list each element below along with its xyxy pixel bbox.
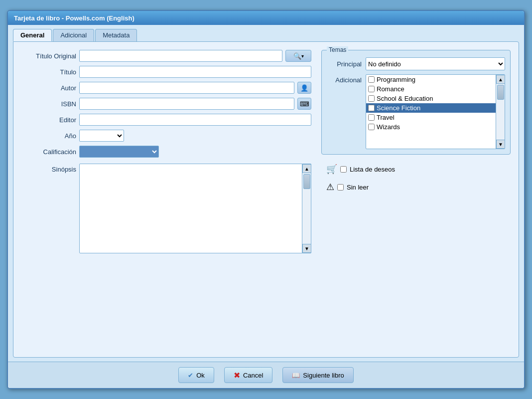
tab-general[interactable]: General <box>13 29 52 41</box>
list-scroll-down[interactable]: ▼ <box>496 140 505 149</box>
list-item-selected[interactable]: Science Fiction <box>366 103 496 113</box>
form-right: Temas Principal No definido Adicional <box>321 50 511 349</box>
ok-button[interactable]: ✔ Ok <box>178 367 214 383</box>
temas-group: Temas Principal No definido Adicional <box>321 50 511 155</box>
temas-scrollbar[interactable]: ▲ ▼ <box>496 75 505 149</box>
list-item-label: School & Education <box>377 95 433 102</box>
sinopsis-label: Sinópsis <box>21 164 76 173</box>
dropdown-icon: ▾ <box>301 53 304 59</box>
person-icon: 👤 <box>300 84 308 92</box>
ano-select[interactable] <box>79 130 124 142</box>
ok-icon: ✔ <box>188 372 193 379</box>
romance-checkbox[interactable] <box>368 86 375 92</box>
temas-legend: Temas <box>327 46 348 53</box>
list-item-label: Science Fiction <box>377 104 420 112</box>
content-area: General Adicional Metadata Título Origin… <box>8 25 524 362</box>
cart-icon: 🛒 <box>326 164 337 175</box>
cancel-icon: ✖ <box>234 371 240 380</box>
programming-checkbox[interactable] <box>368 76 375 83</box>
isbn-search-btn[interactable]: ⌨ <box>297 98 311 110</box>
lista-deseos-row: 🛒 Lista de deseos <box>326 164 511 175</box>
list-item-label: Wizards <box>377 123 400 131</box>
calificacion-select[interactable] <box>79 146 159 158</box>
temas-listbox-wrapper: Programming Romance School & Education <box>366 74 505 149</box>
search-icon: 🔍 <box>293 52 301 60</box>
scroll-track <box>302 173 311 244</box>
scroll-thumb[interactable] <box>303 174 310 189</box>
ok-label: Ok <box>196 372 205 379</box>
list-item-label: Travel <box>377 114 395 121</box>
tab-content-general: Título Original 🔍 ▾ Título <box>13 41 519 358</box>
titulo-row: Título <box>21 66 311 78</box>
editor-label: Editor <box>21 116 76 124</box>
tab-adicional[interactable]: Adicional <box>53 29 94 41</box>
sin-leer-checkbox[interactable] <box>337 184 344 191</box>
list-scroll-track <box>496 84 505 140</box>
editor-row: Editor <box>21 114 311 126</box>
cancel-label: Cancel <box>243 372 263 379</box>
list-item[interactable]: Programming <box>366 75 496 84</box>
ano-row: Año <box>21 130 311 142</box>
temas-adicional-label: Adicional <box>327 74 362 84</box>
main-window: Tarjeta de libro - Powells.com (English)… <box>7 10 525 389</box>
isbn-label: ISBN <box>21 100 76 108</box>
lista-deseos-label: Lista de deseos <box>350 166 395 173</box>
list-item[interactable]: Wizards <box>366 122 496 132</box>
sin-leer-row: ⚠ Sin leer <box>326 182 511 193</box>
titulo-input[interactable] <box>79 66 311 78</box>
sinopsis-scrollbar[interactable]: ▲ ▼ <box>302 164 311 253</box>
warning-icon: ⚠ <box>326 182 334 193</box>
isbn-row: ISBN ⌨ <box>21 98 311 110</box>
form-main: Título Original 🔍 ▾ Título <box>21 50 511 349</box>
book-icon: 📖 <box>292 372 300 379</box>
titulo-original-label: Título Original <box>21 52 76 60</box>
editor-input[interactable] <box>79 114 311 126</box>
titulo-label: Título <box>21 68 76 76</box>
form-left: Título Original 🔍 ▾ Título <box>21 50 311 349</box>
tab-metadata[interactable]: Metadata <box>95 29 137 41</box>
school-education-checkbox[interactable] <box>368 95 375 102</box>
list-item[interactable]: School & Education <box>366 94 496 103</box>
scroll-up-arrow[interactable]: ▲ <box>302 164 311 173</box>
window-title: Tarjeta de libro - Powells.com (English) <box>14 14 134 22</box>
temas-adicional-container: Adicional Programming Romance <box>327 74 505 149</box>
siguiente-label: Siguiente libro <box>303 372 344 379</box>
ano-label: Año <box>21 132 76 140</box>
list-item[interactable]: Romance <box>366 84 496 94</box>
title-bar: Tarjeta de libro - Powells.com (English) <box>8 11 524 25</box>
titulo-original-row: Título Original 🔍 ▾ <box>21 50 311 62</box>
siguiente-button[interactable]: 📖 Siguiente libro <box>282 367 353 383</box>
autor-input[interactable] <box>79 82 294 94</box>
tab-bar: General Adicional Metadata <box>13 29 519 41</box>
travel-checkbox[interactable] <box>368 114 375 121</box>
list-item[interactable]: Travel <box>366 113 496 122</box>
temas-principal-label: Principal <box>327 60 362 68</box>
temas-principal-select[interactable]: No definido <box>366 57 505 70</box>
sinopsis-textarea[interactable] <box>79 164 302 253</box>
list-item-label: Programming <box>377 76 415 83</box>
cancel-button[interactable]: ✖ Cancel <box>224 367 272 383</box>
wizards-checkbox[interactable] <box>368 124 375 130</box>
titulo-original-search-btn[interactable]: 🔍 ▾ <box>285 50 311 62</box>
autor-row: Autor 👤 <box>21 82 311 94</box>
temas-principal-row: Principal No definido <box>327 57 505 70</box>
list-scroll-up[interactable]: ▲ <box>496 75 505 84</box>
bottom-bar: ✔ Ok ✖ Cancel 📖 Siguiente libro <box>8 362 524 388</box>
keyboard-icon: ⌨ <box>300 100 309 108</box>
sinopsis-wrapper: ▲ ▼ <box>79 164 311 253</box>
list-item-label: Romance <box>377 85 404 93</box>
list-scroll-thumb[interactable] <box>497 85 504 100</box>
scroll-down-arrow[interactable]: ▼ <box>302 244 311 253</box>
autor-search-btn[interactable]: 👤 <box>297 82 311 94</box>
temas-list-items: Programming Romance School & Education <box>366 75 496 149</box>
lista-deseos-checkbox[interactable] <box>340 166 347 173</box>
calificacion-label: Calificación <box>21 148 76 156</box>
titulo-original-input[interactable] <box>79 50 282 62</box>
science-fiction-checkbox[interactable] <box>368 105 375 111</box>
isbn-input[interactable] <box>79 98 294 110</box>
calificacion-row: Calificación <box>21 146 311 158</box>
autor-label: Autor <box>21 84 76 92</box>
sin-leer-label: Sin leer <box>347 184 369 191</box>
sinopsis-row: Sinópsis ▲ ▼ <box>21 164 311 349</box>
